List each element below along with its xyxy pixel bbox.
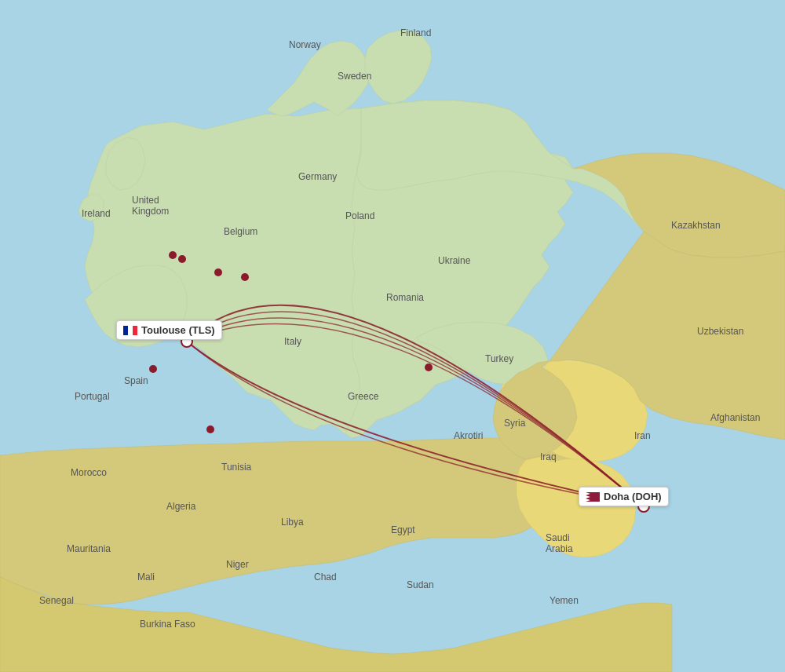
svg-point-1 (169, 251, 177, 259)
map-svg (0, 0, 785, 672)
svg-point-7 (425, 363, 433, 371)
svg-point-4 (241, 273, 249, 281)
svg-point-6 (206, 425, 214, 433)
svg-point-9 (638, 501, 649, 512)
svg-point-5 (149, 365, 157, 373)
svg-point-2 (178, 255, 186, 263)
svg-point-8 (181, 336, 192, 347)
map-container: Ireland UnitedKingdom Finland Sweden Nor… (0, 0, 785, 672)
svg-point-3 (214, 268, 222, 276)
